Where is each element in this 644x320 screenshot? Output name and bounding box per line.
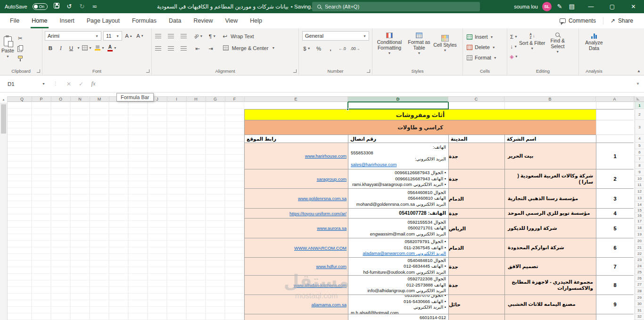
- column-header-F[interactable]: F: [225, 97, 245, 102]
- website-link[interactable]: www.hdfur.com: [316, 264, 347, 269]
- alignment-dialog-launcher-icon[interactable]: [293, 69, 297, 73]
- cell-website[interactable]: www.harirhouse.com: [244, 143, 348, 169]
- cell-number[interactable]: 7: [596, 258, 634, 276]
- row-header-22[interactable]: 22: [635, 251, 644, 257]
- cell-phone[interactable]: • الجوال 0582079791 • الهاتف 2367545-011…: [348, 238, 448, 258]
- cell-city[interactable]: جدة: [448, 209, 504, 219]
- increase-decimal-button[interactable]: ←.0: [338, 44, 347, 53]
- fill-color-button[interactable]: ▼: [94, 43, 106, 52]
- row-header-31[interactable]: 31: [635, 307, 644, 314]
- paste-button[interactable]: Paste ▼: [1, 34, 14, 58]
- borders-button[interactable]: ▼: [81, 43, 93, 52]
- analyze-data-button[interactable]: Analyze Data: [580, 30, 608, 51]
- underline-button[interactable]: U: [66, 43, 76, 52]
- website-link[interactable]: WWW.ANWARCOM.COM: [294, 245, 347, 251]
- cell-city[interactable]: جدة: [448, 258, 504, 276]
- align-top-button[interactable]: [153, 32, 163, 41]
- row-header-9[interactable]: 9: [635, 169, 644, 176]
- column-header-B[interactable]: B: [504, 97, 596, 102]
- percent-format-button[interactable]: %: [314, 44, 323, 53]
- cell-number[interactable]: 4: [596, 209, 634, 219]
- row-header-24[interactable]: 24: [635, 263, 644, 269]
- decrease-decimal-button[interactable]: .00→: [349, 44, 361, 53]
- column-header-G[interactable]: G: [206, 97, 225, 102]
- row-header-23[interactable]: 23: [635, 257, 644, 263]
- sort-filter-button[interactable]: AZ↓ Sort & Filter ▼: [519, 30, 545, 51]
- cell-city[interactable]: الدمام: [448, 238, 504, 258]
- row-header-27[interactable]: 27: [635, 282, 644, 288]
- website-link[interactable]: https://toyou-uniform.com/ar/: [289, 211, 347, 216]
- cell-company[interactable]: مؤسسة رسنا الذهبي التجارية: [504, 189, 596, 209]
- clipboard-dialog-launcher-icon[interactable]: [37, 69, 40, 73]
- cell-phone[interactable]: الهاتف: 0541007728: [348, 209, 448, 219]
- column-header-D[interactable]: D: [348, 97, 448, 102]
- row-header-32[interactable]: 32: [635, 314, 644, 320]
- row-header-20[interactable]: 20: [635, 238, 644, 244]
- row-header-7[interactable]: 7: [635, 156, 644, 162]
- cell-website[interactable]: [244, 314, 348, 320]
- website-link[interactable]: aljamama.com.sa: [312, 302, 347, 307]
- tab-insert[interactable]: Insert: [54, 13, 81, 28]
- cell-number[interactable]: 5: [596, 219, 634, 238]
- column-header-N[interactable]: N: [71, 97, 90, 102]
- column-header-P[interactable]: P: [32, 97, 51, 102]
- format-cells-button[interactable]: Format▼: [464, 53, 505, 62]
- autosave-toggle[interactable]: On: [33, 3, 48, 10]
- row-header-26[interactable]: 26: [635, 275, 644, 282]
- section-subtitle-cell[interactable]: كراسي و طاولات: [244, 120, 596, 135]
- select-all-corner[interactable]: [635, 96, 644, 102]
- row-header-5[interactable]: 5: [635, 143, 644, 149]
- cell-number[interactable]: 1: [596, 143, 634, 169]
- email-link[interactable]: البريد الالكتروني aladama@anwarcom.com: [351, 251, 446, 256]
- header-city[interactable]: المدينة: [448, 135, 504, 143]
- autosum-button[interactable]: Σ▼: [509, 32, 519, 41]
- user-name[interactable]: souma lou: [514, 4, 538, 9]
- row-header-21[interactable]: 21: [635, 244, 644, 251]
- text-direction-button[interactable]: ¶▼: [208, 32, 217, 41]
- increase-indent-button[interactable]: ⇥: [206, 44, 215, 53]
- row-header-15[interactable]: 15: [635, 208, 644, 213]
- cell-website[interactable]: www.alhidari-kitchens.com: [244, 276, 348, 295]
- fill-handle[interactable]: [347, 108, 349, 110]
- row-header-1[interactable]: 1: [635, 102, 644, 109]
- cell-number[interactable]: 2: [596, 169, 634, 189]
- format-as-table-button[interactable]: Format as Table ▼: [405, 30, 433, 55]
- cell-city[interactable]: [448, 314, 504, 320]
- column-header-C[interactable]: C: [448, 97, 504, 102]
- cell-phone[interactable]: الجوال 0592722308 الهاتف 2573888-012 الب…: [348, 276, 448, 295]
- column-header-O[interactable]: O: [51, 97, 71, 102]
- name-box[interactable]: D1▼: [5, 79, 48, 89]
- cell-website[interactable]: www.hdfur.com: [244, 258, 348, 276]
- search-box[interactable]: Search (Alt+Q): [312, 2, 480, 11]
- comments-button[interactable]: Comments: [555, 16, 600, 25]
- merge-center-button[interactable]: Merge & Center ▼: [222, 43, 276, 52]
- scroll-up-icon[interactable]: ▲: [0, 96, 7, 103]
- decrease-indent-button[interactable]: ⇤: [193, 44, 202, 53]
- font-name-select[interactable]: Arimi▼: [45, 31, 101, 41]
- cell-number[interactable]: [596, 314, 634, 320]
- align-right-button[interactable]: [179, 44, 188, 53]
- row-header-8[interactable]: 8: [635, 162, 644, 169]
- cell-company[interactable]: شركة انواركم المحدودة: [504, 238, 596, 258]
- font-color-button[interactable]: A▼: [107, 43, 118, 52]
- tab-review[interactable]: Review: [187, 13, 219, 28]
- cell-website[interactable]: https://toyou-uniform.com/ar/: [244, 209, 348, 219]
- header-company[interactable]: اسم الشركة: [504, 135, 596, 143]
- cell-company[interactable]: تصميم الافق: [504, 258, 596, 276]
- cell-company[interactable]: شركة وكالات العربية السعودية ( سارا ): [504, 169, 596, 189]
- tab-home[interactable]: Home: [25, 13, 53, 28]
- column-header-A[interactable]: A: [596, 97, 634, 102]
- number-format-select[interactable]: General▼: [302, 31, 369, 41]
- cell-phone[interactable]: الجوال 0564460810 الهاتف 0564460810 البر…: [348, 189, 448, 209]
- collapse-ribbon-icon[interactable]: ▲: [637, 69, 641, 73]
- row-header-10[interactable]: 10: [635, 176, 644, 182]
- fill-button[interactable]: ↓▼: [509, 42, 519, 51]
- insert-cells-button[interactable]: Insert▼: [464, 32, 505, 42]
- website-link[interactable]: saragroup.com: [317, 177, 347, 182]
- row-header-18[interactable]: 18: [635, 225, 644, 231]
- share-button[interactable]: ↗Share: [606, 16, 637, 25]
- cell-company[interactable]: مصنع اليمامه للاثاث الخشبي: [504, 295, 596, 314]
- tab-file[interactable]: File: [4, 13, 25, 28]
- comma-format-button[interactable]: ,: [326, 44, 335, 53]
- cell-city[interactable]: الدمام: [448, 189, 504, 209]
